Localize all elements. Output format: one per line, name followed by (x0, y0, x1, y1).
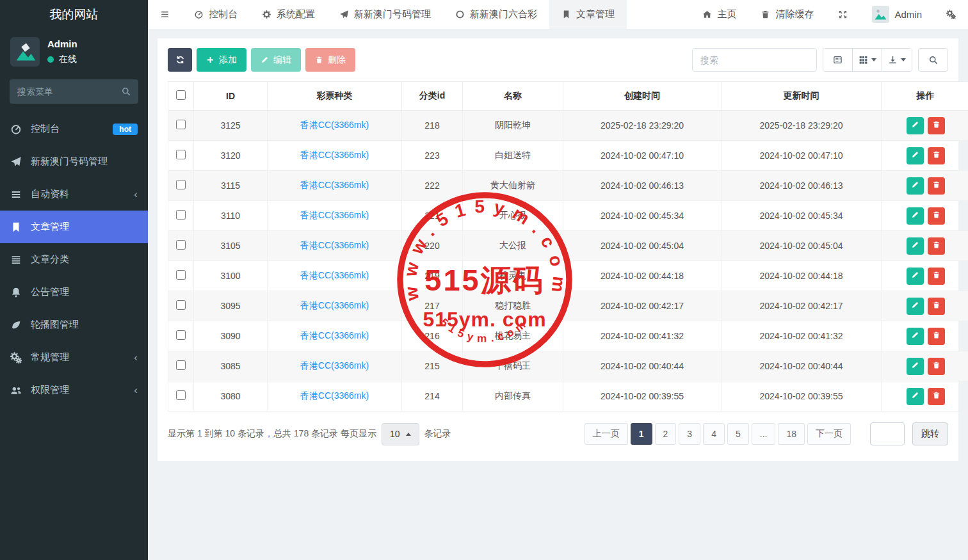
sidebar-item-article-category[interactable]: 文章分类 (0, 243, 148, 276)
tab-xinao-lottery[interactable]: 新新澳门六合彩 (443, 0, 549, 29)
pencil-icon (911, 361, 919, 371)
row-edit-button[interactable] (907, 388, 924, 405)
lottery-type-link[interactable]: 香港CC(3366mk) (300, 120, 369, 130)
users-icon (10, 385, 22, 396)
sidebar-item-auto-data[interactable]: 自动资料‹ (0, 178, 148, 211)
delete-button[interactable]: 删除 (305, 48, 355, 72)
gauge-icon (194, 10, 204, 19)
search-icon (121, 86, 131, 97)
tab-dashboard[interactable]: 控制台 (182, 0, 250, 29)
row-delete-button[interactable] (928, 358, 945, 375)
row-edit-button[interactable] (907, 328, 924, 345)
page-number-3[interactable]: 3 (679, 423, 700, 445)
cell-created-time: 2024-10-02 00:39:55 (563, 381, 722, 412)
row-checkbox[interactable] (176, 270, 186, 280)
sidebar-item-permission-management[interactable]: 权限管理‹ (0, 374, 148, 406)
page-number-18[interactable]: 18 (778, 423, 805, 445)
row-delete-button[interactable] (928, 237, 945, 255)
edit-button[interactable]: 编辑 (251, 48, 301, 72)
user-menu[interactable]: Admin (860, 0, 934, 29)
lottery-type-link[interactable]: 香港CC(3366mk) (300, 330, 369, 340)
trash-icon (932, 331, 940, 341)
page-next[interactable]: 下一页 (807, 423, 851, 445)
row-edit-button[interactable] (907, 207, 924, 225)
sidebar-item-general-management[interactable]: 常规管理‹ (0, 341, 148, 374)
fullscreen-toggle-button[interactable] (826, 0, 860, 29)
menu-search-input[interactable] (10, 79, 138, 104)
sidebar-item-carousel-management[interactable]: 轮播图管理 (0, 308, 148, 341)
columns-button[interactable] (853, 49, 882, 71)
row-delete-button[interactable] (928, 177, 945, 195)
trash-icon (932, 301, 940, 311)
pencil-icon (911, 271, 919, 281)
user-avatar[interactable] (10, 37, 40, 67)
lottery-type-link[interactable]: 香港CC(3366mk) (300, 150, 369, 160)
grid-icon (859, 55, 868, 65)
chevron-left-icon: ‹ (134, 352, 138, 363)
tab-xinao-number-management[interactable]: 新新澳门号码管理 (327, 0, 443, 29)
page-jump-button[interactable]: 跳转 (912, 422, 948, 445)
row-delete-button[interactable] (928, 298, 945, 315)
column-header-3: 名称 (463, 82, 563, 111)
detail-view-button[interactable] (823, 49, 853, 71)
row-edit-button[interactable] (907, 177, 924, 195)
page-prev[interactable]: 上一页 (585, 423, 628, 445)
row-checkbox[interactable] (176, 210, 186, 220)
lottery-type-link[interactable]: 香港CC(3366mk) (300, 360, 369, 371)
row-delete-button[interactable] (928, 268, 945, 285)
row-checkbox[interactable] (176, 180, 186, 189)
export-button[interactable] (882, 49, 912, 71)
page-jump-input[interactable] (870, 422, 905, 445)
sidebar-item-announcement-management[interactable]: 公告管理 (0, 276, 148, 308)
column-header-6: 操作 (882, 82, 968, 111)
lottery-type-link[interactable]: 香港CC(3366mk) (300, 240, 369, 250)
column-header-5: 更新时间 (722, 82, 882, 111)
row-delete-button[interactable] (928, 328, 945, 345)
row-delete-button[interactable] (928, 117, 945, 134)
lottery-type-link[interactable]: 香港CC(3366mk) (300, 270, 369, 280)
row-checkbox[interactable] (176, 390, 186, 400)
table-search-input[interactable] (692, 48, 817, 72)
add-button[interactable]: 添加 (197, 48, 246, 72)
row-checkbox[interactable] (176, 150, 186, 159)
refresh-button[interactable] (168, 48, 192, 72)
row-delete-button[interactable] (928, 147, 945, 164)
row-edit-button[interactable] (907, 298, 924, 315)
user-menu-label: Admin (894, 9, 922, 20)
page-number-5[interactable]: 5 (727, 423, 749, 445)
row-checkbox[interactable] (176, 330, 186, 340)
lottery-type-link[interactable]: 香港CC(3366mk) (300, 180, 369, 190)
settings-button[interactable] (934, 0, 968, 29)
clear-cache-button[interactable]: 清除缓存 (748, 0, 826, 29)
home-link[interactable]: 主页 (690, 0, 748, 29)
row-checkbox[interactable] (176, 300, 186, 310)
lottery-type-link[interactable]: 香港CC(3366mk) (300, 390, 369, 401)
caret-down-icon (871, 58, 876, 61)
column-header-1: 彩票种类 (268, 82, 402, 111)
page-number-4[interactable]: 4 (703, 423, 725, 445)
row-edit-button[interactable] (907, 358, 924, 375)
row-delete-button[interactable] (928, 207, 945, 225)
row-edit-button[interactable] (907, 147, 924, 164)
lottery-type-link[interactable]: 香港CC(3366mk) (300, 210, 369, 220)
sidebar-toggle-button[interactable] (148, 0, 182, 29)
sidebar-item-article-management[interactable]: 文章管理 (0, 211, 148, 243)
row-edit-button[interactable] (907, 237, 924, 255)
tab-article-management[interactable]: 文章管理 (549, 0, 627, 29)
row-delete-button[interactable] (928, 388, 945, 405)
row-checkbox[interactable] (176, 360, 186, 370)
row-checkbox[interactable] (176, 120, 186, 129)
row-edit-button[interactable] (907, 268, 924, 285)
tab-system-config[interactable]: 系统配置 (250, 0, 327, 29)
page-number-1[interactable]: 1 (631, 423, 652, 445)
sidebar-item-dashboard[interactable]: 控制台hot (0, 113, 148, 145)
row-checkbox[interactable] (176, 240, 186, 250)
page-size-dropdown[interactable]: 10 (382, 423, 419, 445)
tab-label: 系统配置 (277, 8, 315, 20)
search-toggle-button[interactable] (918, 48, 948, 72)
row-edit-button[interactable] (907, 117, 924, 134)
lottery-type-link[interactable]: 香港CC(3366mk) (300, 300, 369, 310)
select-all-checkbox[interactable] (176, 90, 186, 100)
page-number-2[interactable]: 2 (655, 423, 677, 445)
sidebar-item-xinao-number-management[interactable]: 新新澳门号码管理 (0, 145, 148, 178)
